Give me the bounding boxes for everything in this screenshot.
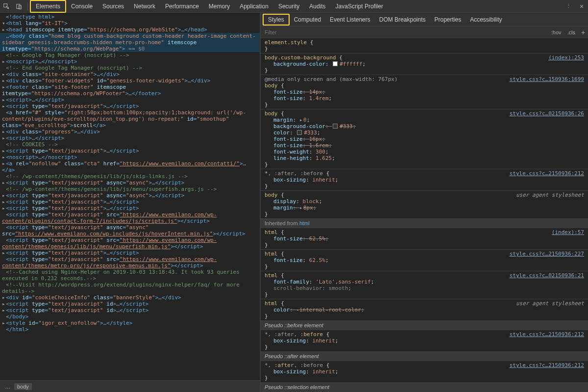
dom-node[interactable]: ▸<script type="text/javascript">…</scrip… [0,103,260,109]
css-declaration[interactable]: box-sizing: inherit; [265,338,585,344]
tab-network[interactable]: Network [129,0,160,13]
dom-node[interactable]: ▸<script type="text/javascript" id>…</sc… [0,301,260,307]
dom-node[interactable]: ▸<script type="text/javascript">…</scrip… [0,205,260,211]
dom-node[interactable]: <!--Visit http://wordpress.org/extend/pl… [0,282,260,294]
css-declaration[interactable]: font-size: 16px; [265,136,585,142]
dom-node[interactable]: </body> [0,314,260,320]
dom-node[interactable]: <script type="text/javascript" src="http… [0,211,260,224]
dom-node[interactable]: …<body class="home blog custom-backgroun… [0,33,260,52]
dom-node[interactable]: <!-- COOKIES --> [0,141,260,148]
css-rule[interactable]: style.css?c…02150936:21html {font-family… [261,271,588,299]
dom-node[interactable]: ▸<script type="text/javascript" id>…</sc… [0,307,260,314]
css-declaration[interactable]: font-size: 1.4rem; [265,95,585,102]
css-rule[interactable]: style.css?c…2150936:212*, :after, :befor… [261,330,588,352]
css-declaration[interactable]: font-family: 'Lato',sans-serif; [265,279,585,285]
dom-node[interactable]: <!-- /wp-content/themes/genesis/lib/js/m… [0,186,260,192]
css-rule[interactable]: style.css?c…2150936:212*, :after, :befor… [261,169,588,191]
dom-node[interactable]: </html> [0,326,260,333]
css-declaration[interactable]: font-size: 1.6rem; [265,142,585,149]
rule-source-link[interactable]: style.css?c…2150936:227 [510,251,584,257]
rule-source-link[interactable]: style.css?c…02150936:21 [510,272,584,279]
rule-source-link[interactable]: (index):57 [552,229,584,235]
css-declaration[interactable]: color: -internal-root-color; [265,307,585,313]
tab-console[interactable]: Console [66,0,98,13]
rule-source-link[interactable]: style.css?c…02150936:26 [510,110,584,117]
css-rule[interactable]: style.css?c…150936:1699@media only scree… [261,75,588,109]
tab-sources[interactable]: Sources [98,0,129,13]
sidebar-tab-dom-breakpoints[interactable]: DOM Breakpoints [375,14,430,26]
dom-node[interactable]: ▸<script type="text/javascript">…</scrip… [0,199,260,205]
css-rule[interactable]: style.css?c…2150936:227html {font-size: … [261,250,588,271]
dom-node[interactable]: ▾<html lang="it-IT"> [0,20,260,26]
new-style-rule-icon[interactable]: + [578,28,588,36]
dom-node[interactable]: ▸<footer class="site-footer" itemscope i… [0,84,260,97]
tab-javascript-profiler[interactable]: JavaScript Profiler [331,0,388,13]
sidebar-tab-event-listeners[interactable]: Event Listeners [325,14,375,26]
dom-node[interactable]: <script type="text/javascript" async="as… [0,224,260,237]
styles-list[interactable]: element.style {}(index):253body.custom-b… [261,38,588,392]
css-rule[interactable]: user agent stylesheetbody {display: bloc… [261,191,588,219]
css-declaration[interactable]: font-size: 62.5%; [265,235,585,242]
sidebar-tab-styles[interactable]: Styles [263,14,290,26]
tab-audits[interactable]: Audits [304,0,330,13]
kebab-menu-icon[interactable]: ⋮ [563,0,575,12]
rule-source-link[interactable]: (index):253 [548,54,584,61]
css-rule[interactable]: user agent stylesheethtml {color: -inter… [261,299,588,321]
styles-filter-input[interactable] [261,29,548,35]
dom-node[interactable]: <!--Cached using Nginx-Helper on 2019-10… [0,269,260,282]
device-toolbar-icon[interactable] [13,0,25,12]
css-rule[interactable]: (index):57html {font-size: 62.5%;} [261,228,588,250]
rule-source-link[interactable]: style.css?c…150936:1699 [510,76,584,82]
dom-node[interactable]: ▸<head itemscope itemtype="https://schem… [0,26,260,33]
dom-node[interactable]: ▸<div class="progress">…</div> [0,129,260,135]
dom-node[interactable]: ▸<div class="footer-widgets" id="genesis… [0,78,260,84]
css-declaration[interactable]: line-height: 1.625; [265,155,585,161]
tab-performance[interactable]: Performance [160,0,204,13]
dom-node[interactable]: ▸<script type="text/javascript">…</scrip… [0,148,260,154]
dom-node[interactable]: ▸<a rel="nofollow" class="cta" href="htt… [0,160,260,173]
css-rule[interactable]: (index):253body.custom-background {backg… [261,53,588,75]
dom-node[interactable]: <script type="text/javascript" src="http… [0,237,260,250]
dom-node[interactable]: <a href="#" style="right:50px;bottom:100… [0,109,260,129]
hov-toggle[interactable]: :hov [548,29,564,35]
dom-node[interactable]: ▸<script type="text/javascript">…</scrip… [0,250,260,256]
sidebar-tab-computed[interactable]: Computed [290,14,325,26]
tab-memory[interactable]: Memory [204,0,235,13]
css-declaration[interactable]: background-color: #ffffff; [265,61,585,67]
dom-node[interactable]: ▸<noscript>…</noscript> [0,154,260,160]
dom-node[interactable]: <script type="text/javascript" src="http… [0,256,260,269]
css-declaration[interactable]: display: block; [265,198,585,205]
rule-source-link[interactable]: style.css?c…2150936:212 [510,331,584,338]
sidebar-tab-accessibility[interactable]: Accessibility [466,14,506,26]
rule-source-link[interactable]: style.css?c…2150936:212 [510,362,584,368]
tab-elements[interactable]: Elements [30,0,66,13]
close-devtools-icon[interactable]: × [575,0,588,12]
sidebar-tab-properties[interactable]: Properties [430,14,466,26]
css-declaration[interactable]: box-sizing: inherit; [265,368,585,375]
dom-node[interactable]: ▸<script>…</script> [0,135,260,141]
dom-node[interactable]: <!-- End Google Tag Manager (noscript) -… [0,65,260,71]
dom-node[interactable]: ▸<script type="text/javascript" async="a… [0,180,260,186]
dom-node[interactable]: ▸<script type="text/javascript" async="a… [0,192,260,199]
breadcrumb-item[interactable]: body [14,383,32,390]
rule-source-link[interactable]: style.css?c…2150936:212 [510,170,584,177]
dom-node[interactable]: <!-- Google Tag Manager (noscript) --> [0,52,260,58]
dom-node[interactable]: ▸<div class="site-container">…</div> [0,71,260,78]
css-rule[interactable]: style.css?c…02150936:26body {margin: ▸0;… [261,109,588,169]
css-declaration[interactable]: margin: ▸8px; [265,205,585,211]
css-declaration[interactable]: font-weight: 300; [265,149,585,155]
css-declaration[interactable]: color: #333; [265,130,585,136]
dom-node[interactable]: <!doctype html> [0,14,260,20]
css-declaration[interactable]: margin: ▸0; [265,117,585,123]
dom-node[interactable]: ▸<script>…</script> [0,97,260,103]
css-declaration[interactable]: background-color: #333; [265,123,585,130]
dom-tree[interactable]: <!doctype html>▾<html lang="it-IT">▸<hea… [0,13,260,380]
breadcrumb-bar[interactable]: … body [0,380,260,392]
css-rule[interactable]: style.css?c…2150936:212*, :after, :befor… [261,361,588,383]
dom-node[interactable]: ▸<div id="cookieChoiceInfo" class="banne… [0,294,260,301]
cls-toggle[interactable]: .cls [564,29,579,35]
dom-node[interactable]: ▸<noscript>…</noscript> [0,58,260,65]
inspect-icon[interactable] [0,0,13,12]
dom-node[interactable]: <!-- /wp-content/themes/genesis/lib/js/s… [0,173,260,180]
css-declaration[interactable]: font-size: 14px; [265,89,585,95]
